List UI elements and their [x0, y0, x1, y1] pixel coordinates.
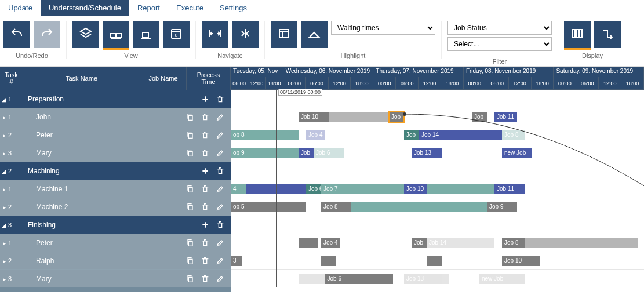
gantt-bar[interactable]: Job 10	[404, 184, 427, 194]
expand-icon[interactable]: ▸	[0, 132, 8, 139]
gantt-row[interactable]: 3Job 10	[231, 252, 644, 269]
gantt-bar[interactable]: Job	[412, 238, 427, 248]
gantt-bar[interactable]: Job	[299, 148, 314, 158]
gantt-body[interactable]: Job 10JobJobJob 11ob 8Job 4JobJob 14Job …	[231, 90, 644, 287]
add-button[interactable]	[199, 93, 211, 105]
resource-row[interactable]: ▸1Machine 1	[0, 180, 231, 198]
gantt-bar[interactable]: 3	[231, 256, 242, 266]
expand-icon[interactable]: ▸	[0, 150, 8, 156]
gantt-bar[interactable]	[321, 256, 336, 266]
delete-button[interactable]	[199, 237, 211, 249]
group-row[interactable]: ◢1Preparation	[0, 90, 231, 108]
gantt-bar[interactable]: Job 6	[314, 148, 344, 158]
copy-button[interactable]	[184, 273, 196, 285]
zoom-out-button[interactable]	[202, 21, 228, 48]
group-row[interactable]: ◢3Finishing	[0, 216, 231, 234]
delete-button[interactable]	[199, 129, 211, 141]
delete-button[interactable]	[199, 183, 211, 195]
gantt-row[interactable]: ob 8Job 4JobJob 14Job 8	[231, 126, 644, 144]
resource-row[interactable]: ▸3Mary	[0, 144, 231, 162]
edit-button[interactable]	[214, 201, 226, 213]
gantt-bar[interactable]: new Job	[502, 148, 532, 158]
gantt-bar[interactable]: Job 11	[494, 112, 517, 122]
expand-icon[interactable]: ▸	[0, 114, 8, 121]
gantt-bar[interactable]: ob 5	[231, 202, 306, 212]
tab-update[interactable]: Update	[0, 0, 41, 16]
copy-button[interactable]	[184, 201, 196, 213]
tab-execute[interactable]: Execute	[168, 0, 212, 16]
gantt-bar[interactable]: Job 4	[306, 130, 325, 140]
highlight-select[interactable]: Waiting times	[331, 21, 435, 35]
delete-button[interactable]	[199, 111, 211, 123]
gantt-bar[interactable]: Job 8	[502, 238, 525, 248]
header-process-time[interactable]: Process Time	[187, 67, 231, 90]
gantt-bar[interactable]: ob 9	[231, 148, 299, 158]
gantt-bar[interactable]: Job 10	[502, 256, 540, 266]
expand-icon[interactable]: ▸	[0, 186, 8, 192]
gantt-bar[interactable]: Job 6	[306, 184, 321, 194]
gantt-bar[interactable]: Job 6	[325, 274, 393, 284]
gantt-bar[interactable]: Job 13	[412, 148, 442, 158]
copy-button[interactable]	[184, 237, 196, 249]
gantt-row[interactable]: 4Job 6Job 7Job 10Job 11	[231, 180, 644, 198]
gantt-bar[interactable]: ob 8	[231, 130, 299, 140]
calendar-view-button[interactable]: 8	[163, 21, 190, 48]
columns-button[interactable]	[564, 21, 591, 48]
expand-icon[interactable]: ▸	[0, 240, 8, 246]
gantt-bar[interactable]	[427, 184, 494, 194]
gantt-row[interactable]: Job 10JobJobJob 11	[231, 108, 644, 126]
collapse-icon[interactable]: ◢	[0, 96, 8, 103]
gantt-bar[interactable]: 4	[231, 184, 246, 194]
gantt-row[interactable]: Job 6Job 13new Job	[231, 269, 644, 287]
gantt-bar[interactable]: Job 10	[299, 112, 329, 122]
filter-field-select[interactable]: Job Status	[447, 21, 552, 35]
header-job-name[interactable]: Job Name	[140, 67, 187, 90]
delete-button[interactable]	[214, 165, 226, 177]
gantt-bar[interactable]: Job 9	[487, 202, 517, 212]
rulers-button[interactable]	[301, 21, 328, 48]
expand-icon[interactable]: ▸	[0, 204, 8, 210]
delete-button[interactable]	[214, 219, 226, 231]
layers-button[interactable]	[72, 21, 99, 48]
expand-icon[interactable]: ▸	[0, 276, 8, 282]
copy-button[interactable]	[184, 255, 196, 267]
gantt-bar[interactable]: Job 13	[404, 274, 449, 284]
zoom-in-button[interactable]	[232, 21, 259, 48]
gantt-bar[interactable]	[299, 238, 318, 248]
tab-settings[interactable]: Settings	[212, 0, 255, 16]
add-button[interactable]	[199, 219, 211, 231]
gantt-bar[interactable]: Job 7	[321, 184, 404, 194]
copy-button[interactable]	[184, 129, 196, 141]
gantt-bar[interactable]: Job 4	[321, 238, 340, 248]
edit-button[interactable]	[214, 237, 226, 249]
gantt-row[interactable]: Job 4JobJob 14Job 8	[231, 234, 644, 252]
delete-button[interactable]	[199, 273, 211, 285]
edit-button[interactable]	[214, 129, 226, 141]
copy-button[interactable]	[184, 183, 196, 195]
delete-button[interactable]	[199, 201, 211, 213]
edit-button[interactable]	[214, 183, 226, 195]
gantt-bar[interactable]	[427, 256, 442, 266]
flow-button[interactable]	[594, 21, 621, 48]
gantt-pane[interactable]: Tuesday, 05. Nov06:0012:0018:00Wednesday…	[231, 67, 644, 292]
gantt-bar[interactable]: Job	[404, 130, 419, 140]
gantt-bar[interactable]	[329, 112, 396, 122]
collapse-icon[interactable]: ◢	[0, 222, 8, 228]
resource-row[interactable]: ▸2Machine 2	[0, 198, 231, 216]
edit-button[interactable]	[214, 111, 226, 123]
resource-row[interactable]: ▸2Peter	[0, 126, 231, 144]
delete-button[interactable]	[199, 255, 211, 267]
filter-value-select[interactable]: Select...	[447, 37, 552, 51]
gantt-bar[interactable]: Job	[472, 112, 487, 122]
gantt-bar[interactable]: Job 14	[427, 238, 494, 248]
delete-button[interactable]	[214, 93, 226, 105]
gantt-bar[interactable]	[299, 274, 325, 284]
gantt-row[interactable]: ob 5Job 8Job 9	[231, 198, 644, 216]
resource-row[interactable]: ▸3Mary	[0, 269, 231, 287]
gantt-bar[interactable]: Job 11	[494, 184, 525, 194]
resource-row[interactable]: ▸1Peter	[0, 234, 231, 252]
resource-view-button[interactable]	[133, 21, 159, 48]
gantt-bar[interactable]: Job 8	[321, 202, 351, 212]
edit-button[interactable]	[214, 273, 226, 285]
resource-row[interactable]: ▸1John	[0, 108, 231, 126]
